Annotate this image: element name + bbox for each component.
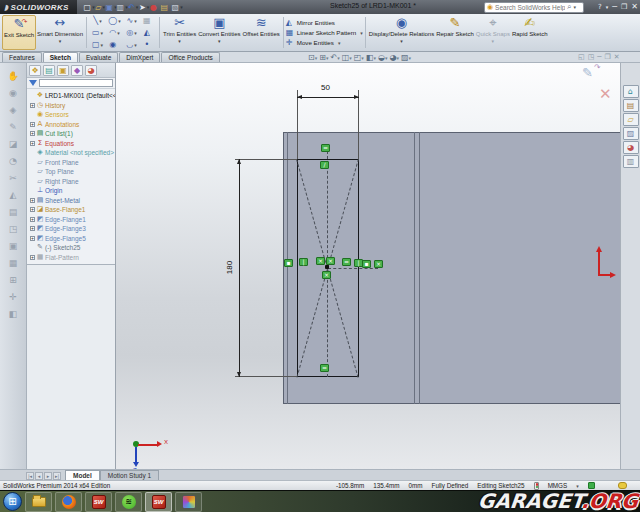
part-bend-edge-2[interactable] xyxy=(419,132,420,404)
search-input[interactable] xyxy=(495,4,565,11)
view-settings-icon[interactable]: ▨▾ xyxy=(401,53,411,62)
toolbar-icon-11[interactable]: ▣ xyxy=(6,239,21,252)
zoom-area-icon[interactable]: ⊞▾ xyxy=(319,53,328,62)
sketch-relation-badge[interactable]: × xyxy=(374,260,383,268)
toolbar-icon-2[interactable]: ◉ xyxy=(6,86,21,99)
new-icon[interactable]: ▢▾ xyxy=(85,2,95,12)
convert-entities-button[interactable]: ▣ Convert Entities ▾ xyxy=(197,15,241,50)
tree-item[interactable]: + ◷ History xyxy=(28,101,115,111)
section-view-icon[interactable]: ◫▾ xyxy=(342,53,352,62)
toolbar-icon-10[interactable]: ◳ xyxy=(6,222,21,235)
print-icon[interactable]: ▥▾ xyxy=(118,2,128,12)
restore-icon[interactable]: ❐ xyxy=(621,1,627,13)
sketch-relation-badge[interactable]: ▪ xyxy=(362,260,371,268)
part-bend-edge[interactable] xyxy=(414,132,415,404)
taskbar-spotify-button[interactable]: ≋ xyxy=(115,492,142,512)
configurationmanager-tab-icon[interactable]: ▣ xyxy=(57,65,69,76)
toolbar-icon-1[interactable]: ✋ xyxy=(6,69,21,82)
toolbar-icon-13[interactable]: ⊞ xyxy=(6,273,21,286)
quick-snaps-button[interactable]: ⌖ Quick Snaps ▾ xyxy=(475,15,511,50)
spline-icon[interactable]: ∿▾ xyxy=(123,15,140,27)
construction-centerline-horizontal[interactable] xyxy=(328,268,378,269)
graphics-viewport[interactable]: 50 180 = / ▪ | × xyxy=(116,63,620,469)
solidworks-resources-tab-icon[interactable]: ⌂ xyxy=(623,85,639,98)
taskbar-firefox-button[interactable] xyxy=(55,492,82,512)
taskbar-solidworks-active-button[interactable]: SW xyxy=(145,492,172,512)
toolbar-icon-3[interactable]: ◈ xyxy=(6,103,21,116)
options-icon[interactable]: ▧▾ xyxy=(173,2,183,12)
sketch-relation-badge[interactable]: × xyxy=(326,257,335,265)
circle-icon[interactable]: ◯▾ xyxy=(106,15,123,27)
close-icon[interactable]: ✕ xyxy=(631,1,638,13)
zoom-fit-icon[interactable]: ⊡▾ xyxy=(308,53,317,62)
slot-icon[interactable]: ▢▾ xyxy=(89,39,106,51)
help-search-box[interactable]: ◉ ⌕ ▾ xyxy=(484,2,584,13)
search-caret-icon[interactable]: ▾ xyxy=(574,4,577,10)
ellipse-icon[interactable]: ◎▾ xyxy=(123,27,140,39)
mirror-entities-button[interactable]: ◭ Mirror Entities xyxy=(286,18,363,27)
tab-first-icon[interactable]: |◂ xyxy=(26,472,34,480)
minimize-icon[interactable]: ─ xyxy=(612,1,617,13)
arc2-icon[interactable]: ◡▾ xyxy=(123,39,140,51)
trim-entities-button[interactable]: ✂ Trim Entities ▾ xyxy=(162,15,197,50)
panel-splitter[interactable] xyxy=(27,264,115,469)
command-tab[interactable]: DimXpert xyxy=(119,52,160,62)
tree-item[interactable]: + ▦ Flat-Pattern xyxy=(28,253,115,263)
tree-item[interactable]: + A Annotations xyxy=(28,120,115,130)
doc-restore-icon[interactable]: ◳ xyxy=(588,53,595,61)
toolbar-icon-4[interactable]: ✎ xyxy=(6,120,21,133)
rapid-sketch-button[interactable]: ✍ Rapid Sketch xyxy=(511,15,549,50)
tree-item[interactable]: + ▱ Front Plane xyxy=(28,158,115,168)
doc-minimize-icon[interactable]: ◱ xyxy=(578,53,585,61)
sheet-tab[interactable]: Model xyxy=(65,470,100,480)
toolbar-icon-7[interactable]: ✂ xyxy=(6,171,21,184)
confirmation-cancel-icon[interactable]: ✕ xyxy=(599,85,612,103)
sketch-origin-x-axis[interactable] xyxy=(598,274,610,276)
open-icon[interactable]: ▱▾ xyxy=(96,2,106,12)
part-edge[interactable] xyxy=(287,132,288,404)
tree-item[interactable]: + ▱ Top Plane xyxy=(28,167,115,177)
rectangle-icon[interactable]: ▭▾ xyxy=(89,27,106,39)
units-caret-icon[interactable]: ▾ xyxy=(576,483,579,489)
search-icon[interactable]: ⌕ xyxy=(567,2,571,12)
view-orientation-icon[interactable]: ◰▾ xyxy=(354,53,364,62)
display-delete-relations-button[interactable]: ◉ Display/Delete Relations ▾ xyxy=(368,15,435,50)
taskbar-solidworks-button[interactable]: SW xyxy=(85,492,112,512)
toolbar-icon-5[interactable]: ◪ xyxy=(6,137,21,150)
toolbar-icon-15[interactable]: ◧ xyxy=(6,307,21,320)
file-properties-icon[interactable]: ▤▾ xyxy=(162,2,172,12)
width-dimension-value[interactable]: 50 xyxy=(321,83,330,92)
command-tab[interactable]: Features xyxy=(2,52,42,62)
toolbar-icon-6[interactable]: ◔ xyxy=(6,154,21,167)
tab-last-icon[interactable]: ▸| xyxy=(53,472,61,480)
command-tab[interactable]: Office Products xyxy=(161,52,219,62)
tree-item[interactable]: + ▤ Sheet-Metal xyxy=(28,196,115,206)
toolbar-icon-14[interactable]: ✛ xyxy=(6,290,21,303)
doc-cascade-icon[interactable]: ❐ xyxy=(604,53,610,61)
edit-appearance-icon[interactable]: ◕▾ xyxy=(389,53,399,62)
tree-item[interactable]: + ▤ Cut list(1) xyxy=(28,129,115,139)
start-button[interactable]: ⊞ xyxy=(3,492,22,511)
design-library-tab-icon[interactable]: ▤ xyxy=(623,99,639,112)
offset-entities-button[interactable]: ≋ Offset Entities xyxy=(242,15,281,50)
sketch-origin-y-axis[interactable] xyxy=(598,251,600,276)
undo-icon[interactable]: ↶▾ xyxy=(129,2,139,12)
displaymanager-tab-icon[interactable]: ◕ xyxy=(85,65,97,76)
custom-properties-tab-icon[interactable]: ▥ xyxy=(623,155,639,168)
toolbar-icon-12[interactable]: ▦ xyxy=(6,256,21,269)
select-icon[interactable]: ➤▾ xyxy=(140,2,150,12)
command-tab[interactable]: Evaluate xyxy=(79,52,118,62)
sketch-relation-badge[interactable]: = xyxy=(320,364,329,372)
toolbar-icon-9[interactable]: ▤ xyxy=(6,205,21,218)
line-icon[interactable]: ╲▾ xyxy=(89,15,106,27)
dimxpertmanager-tab-icon[interactable]: ◆ xyxy=(71,65,83,76)
toolbar-icon-8[interactable]: ◭ xyxy=(6,188,21,201)
circle2-icon[interactable]: ◉▾ xyxy=(106,39,123,51)
units-selector[interactable]: MMGS xyxy=(548,482,568,489)
tree-item[interactable]: + ◉ Sensors xyxy=(28,110,115,120)
tree-item[interactable]: + ◩ Edge-Flange5 xyxy=(28,234,115,244)
sketch-relation-badge[interactable]: / xyxy=(320,161,329,169)
move-entities-button[interactable]: ✛ Move Entities ▾ xyxy=(286,38,363,47)
sheet-tab[interactable]: Motion Study 1 xyxy=(100,470,159,480)
tree-item[interactable]: + ✎ (-) Sketch25 xyxy=(28,243,115,253)
